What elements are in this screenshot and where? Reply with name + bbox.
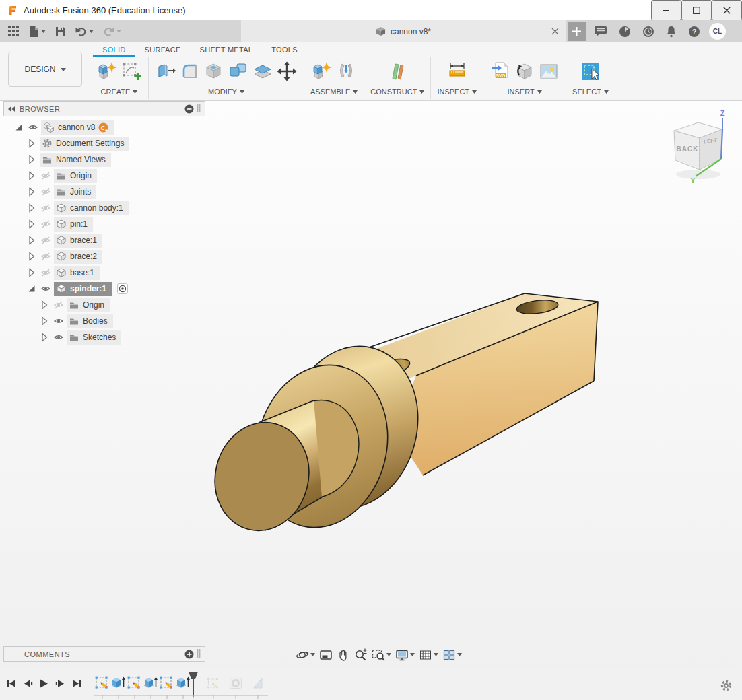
model-spinder[interactable] (202, 283, 619, 565)
job-status-button[interactable] (616, 24, 634, 40)
recent-button[interactable] (640, 24, 657, 40)
browser-row[interactable]: spinder:1 (3, 281, 205, 297)
group-label-assemble[interactable]: ASSEMBLE (310, 88, 358, 99)
visibility-toggle[interactable] (53, 300, 64, 310)
visibility-toggle[interactable] (40, 267, 51, 278)
visibility-toggle[interactable] (40, 186, 51, 197)
tab-sheet-metal[interactable]: SHEET METAL (191, 44, 263, 57)
visibility-toggle[interactable] (40, 219, 51, 230)
tree-item[interactable]: Named Views (40, 153, 111, 167)
zoom-button[interactable] (353, 648, 369, 662)
new-body-button[interactable] (96, 61, 118, 84)
timeline-revolve-feature[interactable] (229, 676, 242, 693)
browser-row[interactable]: Named Views (3, 151, 205, 168)
construction-plane-button[interactable] (386, 61, 408, 84)
browser-row[interactable]: Document Settings (3, 135, 205, 151)
close-window-button[interactable] (712, 0, 742, 20)
tab-solid[interactable]: SOLID (93, 44, 135, 57)
visibility-toggle[interactable] (40, 203, 51, 213)
timeline-sketch-feature[interactable] (127, 674, 143, 693)
minimize-button[interactable] (651, 0, 681, 20)
viewports-button[interactable] (441, 648, 463, 662)
browser-row[interactable]: Origin (3, 297, 205, 313)
grid-layout-button[interactable] (417, 648, 440, 662)
pan-button[interactable] (335, 648, 351, 662)
browser-row[interactable]: brace:2 (3, 248, 205, 265)
notifications-button[interactable] (663, 24, 679, 40)
tree-item[interactable]: Sketches (67, 330, 121, 345)
joint-button[interactable] (335, 61, 357, 84)
browser-row[interactable]: brace:1 (3, 232, 205, 248)
orbit-button[interactable] (294, 648, 316, 662)
browser-row[interactable]: pin:1 (3, 216, 205, 232)
move-button[interactable] (276, 61, 298, 84)
visibility-toggle[interactable] (53, 332, 64, 343)
expand-toggle[interactable] (38, 332, 50, 343)
visibility-toggle[interactable] (27, 122, 38, 133)
tree-item[interactable]: Origin (67, 298, 110, 312)
timeline-mirror-feature[interactable] (251, 676, 265, 693)
expand-toggle[interactable] (26, 235, 37, 246)
tab-surface[interactable]: SURFACE (135, 44, 191, 57)
expand-toggle[interactable] (26, 138, 37, 149)
timeline-ruler[interactable] (93, 695, 275, 700)
undo-button[interactable] (73, 25, 96, 38)
expand-toggle[interactable] (38, 300, 50, 310)
expand-toggle[interactable] (38, 316, 50, 326)
expand-toggle[interactable] (26, 219, 37, 230)
browser-header[interactable]: BROWSER (3, 101, 205, 116)
tab-tools[interactable]: TOOLS (262, 44, 307, 57)
tree-item[interactable]: base:1 (54, 266, 100, 280)
group-label-insert[interactable]: INSERT (507, 88, 541, 99)
visibility-toggle[interactable] (40, 235, 51, 246)
collapse-toggle[interactable] (13, 122, 24, 133)
timeline-settings-button[interactable] (720, 679, 733, 694)
panel-grip[interactable] (197, 648, 201, 660)
group-label-inspect[interactable]: INSPECT (437, 88, 477, 99)
tree-item[interactable]: Joints (54, 185, 96, 199)
fit-button[interactable] (370, 648, 393, 662)
timeline-extrude-feature[interactable] (110, 674, 127, 693)
viewcube[interactable]: Z BACK LEFT Y (663, 108, 737, 187)
help-button[interactable]: ? (685, 24, 703, 40)
timeline-sketch-feature[interactable] (207, 676, 220, 693)
tree-item[interactable]: cannon v8C (41, 120, 114, 135)
press-pull-button[interactable] (155, 61, 176, 84)
file-button[interactable] (26, 24, 48, 40)
tree-item[interactable]: Bodies (67, 314, 113, 328)
tree-item[interactable]: brace:2 (54, 250, 102, 264)
maximize-button[interactable] (681, 0, 712, 20)
tree-item[interactable]: brace:1 (54, 234, 102, 248)
group-label-select[interactable]: SELECT (572, 88, 609, 99)
insert-svg-button[interactable]: SVG (490, 61, 511, 84)
tree-item[interactable]: cannon body:1 (54, 201, 129, 215)
redo-button[interactable] (100, 25, 124, 38)
offset-face-button[interactable] (252, 61, 273, 84)
timeline-extrude-feature[interactable] (143, 674, 159, 693)
collapse-panel-icon[interactable] (8, 106, 15, 112)
new-tab-button[interactable] (568, 22, 586, 41)
browser-row[interactable]: cannon body:1 (3, 200, 205, 216)
measure-button[interactable] (446, 61, 468, 84)
insert-mesh-button[interactable] (514, 61, 535, 84)
collapse-toggle[interactable] (26, 283, 37, 294)
browser-row[interactable]: Origin (3, 168, 205, 184)
create-sketch-button[interactable] (121, 61, 142, 84)
timeline-sketch-feature[interactable] (94, 674, 110, 693)
app-grid-button[interactable] (5, 24, 22, 39)
close-tab-button[interactable] (551, 27, 559, 37)
save-button[interactable] (53, 24, 69, 39)
browser-row[interactable]: Joints (3, 184, 205, 200)
tree-item[interactable]: Document Settings (40, 137, 129, 151)
visibility-toggle[interactable] (53, 316, 64, 326)
expand-toggle[interactable] (26, 186, 37, 197)
group-label-modify[interactable]: MODIFY (208, 88, 244, 99)
browser-row[interactable]: Bodies (3, 313, 205, 329)
workspace-selector[interactable]: DESIGN (8, 52, 82, 87)
browser-row[interactable]: cannon v8C (3, 119, 205, 135)
expand-toggle[interactable] (26, 170, 37, 181)
minus-circle-icon[interactable] (184, 104, 194, 114)
fillet-button[interactable] (179, 61, 201, 84)
tree-item[interactable]: spinder:1 (54, 282, 112, 296)
shell-button[interactable] (203, 61, 225, 84)
